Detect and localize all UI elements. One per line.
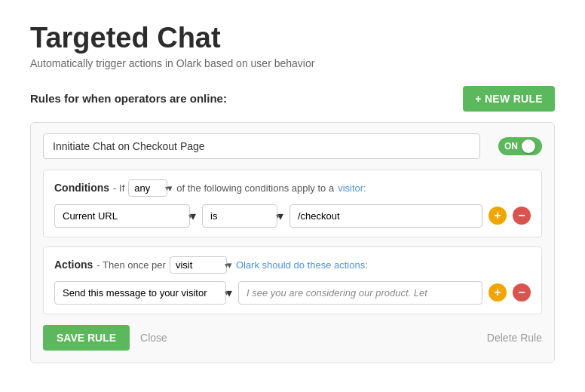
actions-label: Actions - Then once per visit session pa… — [54, 256, 531, 274]
visitor-text: visitor: — [338, 182, 366, 194]
action-message-input[interactable] — [238, 281, 482, 305]
action-type-wrapper: Send this message to your visitor Send a… — [54, 281, 232, 305]
conditions-suffix: of the following conditions apply to a — [176, 182, 334, 194]
close-link[interactable]: Close — [140, 332, 167, 344]
condition-op-select[interactable]: is contains is not — [202, 204, 277, 228]
any-select-wrapper: any all ▾ — [128, 179, 173, 197]
rule-header: ON — [43, 133, 542, 159]
new-rule-button[interactable]: + NEW RULE — [463, 86, 555, 112]
actions-prefix: - Then once per — [96, 259, 166, 271]
rule-name-input[interactable] — [43, 133, 480, 159]
page-title: Targeted Chat — [30, 23, 555, 54]
save-rule-button[interactable]: SAVE RULE — [43, 325, 130, 351]
minus-icon: − — [518, 210, 525, 222]
conditions-title: Conditions — [54, 182, 109, 194]
actions-section: Actions - Then once per visit session pa… — [43, 247, 542, 314]
conditions-label: Conditions - If any all ▾ of the followi… — [54, 179, 531, 197]
add-action-button[interactable]: + — [489, 283, 507, 302]
any-select[interactable]: any all — [128, 179, 167, 197]
conditions-prefix: - If — [113, 182, 124, 194]
delete-rule-link[interactable]: Delete Rule — [487, 332, 542, 344]
minus-icon-action: − — [518, 286, 525, 299]
condition-field-wrapper: Current URL Page Title Visitor Name ▾ — [54, 204, 196, 228]
actions-suffix: Olark should do these actions: — [236, 259, 368, 271]
remove-condition-button[interactable]: − — [513, 207, 531, 225]
per-select[interactable]: visit session page — [170, 256, 227, 274]
toggle-knob — [522, 139, 535, 153]
actions-title: Actions — [54, 259, 93, 271]
chevron-down-icon-action: ▾ — [226, 286, 232, 300]
conditions-section: Conditions - If any all ▾ of the followi… — [43, 170, 542, 237]
section-header: Rules for when operators are online: + N… — [30, 86, 555, 112]
condition-op-wrapper: is contains is not ▾ — [202, 204, 283, 228]
page-subtitle: Automatically trigger actions in Olark b… — [30, 57, 555, 69]
remove-action-button[interactable]: − — [513, 283, 531, 302]
chevron-down-icon-per: ▾ — [227, 259, 232, 271]
plus-icon-action: + — [494, 286, 501, 299]
chevron-down-icon-op: ▾ — [277, 209, 283, 223]
footer-left: SAVE RULE Close — [43, 325, 167, 351]
condition-value-input[interactable] — [289, 204, 482, 228]
plus-icon: + — [494, 210, 501, 222]
per-select-wrapper: visit session page ▾ — [170, 256, 232, 274]
chevron-down-icon-field: ▾ — [190, 209, 196, 223]
section-title: Rules for when operators are online: — [30, 92, 227, 105]
add-condition-button[interactable]: + — [489, 207, 507, 225]
action-row: Send this message to your visitor Send a… — [54, 281, 531, 305]
toggle-label: ON — [504, 141, 518, 152]
condition-row: Current URL Page Title Visitor Name ▾ is… — [54, 204, 531, 228]
footer-row: SAVE RULE Close Delete Rule — [43, 325, 542, 351]
condition-field-select[interactable]: Current URL Page Title Visitor Name — [54, 204, 190, 228]
action-type-select[interactable]: Send this message to your visitor Send a… — [54, 281, 226, 305]
rule-toggle[interactable]: ON — [498, 137, 542, 155]
chevron-down-icon: ▾ — [167, 182, 173, 194]
rule-card: ON Conditions - If any all ▾ of the foll… — [30, 122, 555, 363]
